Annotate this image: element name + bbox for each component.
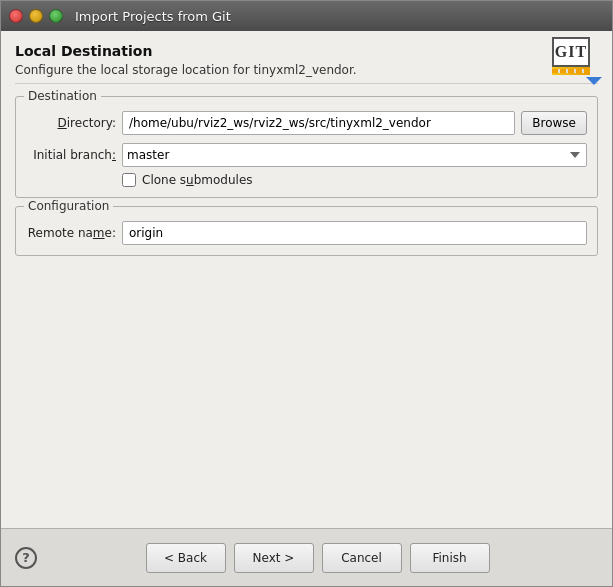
clone-submodules-checkbox[interactable] <box>122 173 136 187</box>
initial-branch-select[interactable]: master <box>122 143 587 167</box>
dialog-header: Local Destination Configure the local st… <box>1 31 612 92</box>
footer-buttons: < Back Next > Cancel Finish <box>146 543 490 573</box>
next-button[interactable]: Next > <box>234 543 314 573</box>
dialog-footer: ? < Back Next > Cancel Finish <box>1 528 612 586</box>
help-section: ? <box>15 547 37 569</box>
browse-button[interactable]: Browse <box>521 111 587 135</box>
git-icon-box: GIT <box>552 37 590 67</box>
minimize-button[interactable] <box>29 9 43 23</box>
clone-submodules-label: Clone submodules <box>142 173 253 187</box>
titlebar: Import Projects from Git <box>1 1 612 31</box>
maximize-button[interactable] <box>49 9 63 23</box>
cancel-button[interactable]: Cancel <box>322 543 402 573</box>
back-button[interactable]: < Back <box>146 543 226 573</box>
close-button[interactable] <box>9 9 23 23</box>
remote-name-label: Remote name: <box>26 226 116 240</box>
clone-submodules-row: Clone submodules <box>122 173 587 187</box>
directory-input[interactable] <box>122 111 515 135</box>
directory-row: Directory: Browse <box>26 111 587 135</box>
directory-label: Directory: <box>26 116 116 130</box>
help-button[interactable]: ? <box>15 547 37 569</box>
git-icon-text: GIT <box>555 43 587 61</box>
header-divider <box>15 83 598 84</box>
destination-legend: Destination <box>24 89 101 103</box>
git-logo-icon: GIT <box>552 37 602 81</box>
remote-name-row: Remote name: <box>26 221 587 245</box>
initial-branch-row: Initial branch: master <box>26 143 587 167</box>
git-yellow-bar <box>552 67 590 75</box>
finish-button[interactable]: Finish <box>410 543 490 573</box>
destination-group: Destination Directory: Browse Initial br… <box>15 96 598 198</box>
section-subtitle: Configure the local storage location for… <box>15 63 598 77</box>
configuration-group: Configuration Remote name: <box>15 206 598 256</box>
dialog-content: Destination Directory: Browse Initial br… <box>1 92 612 315</box>
spacer <box>1 315 612 528</box>
window-title: Import Projects from Git <box>75 9 231 24</box>
remote-name-input[interactable] <box>122 221 587 245</box>
configuration-legend: Configuration <box>24 199 113 213</box>
section-title: Local Destination <box>15 43 598 59</box>
git-triangle-icon <box>586 77 602 85</box>
initial-branch-label: Initial branch: <box>26 148 116 162</box>
